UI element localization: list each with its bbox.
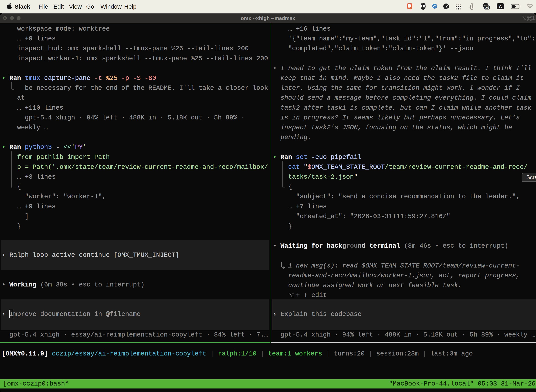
svg-text:A: A	[499, 4, 502, 9]
svg-text:..61: ..61	[484, 6, 489, 9]
